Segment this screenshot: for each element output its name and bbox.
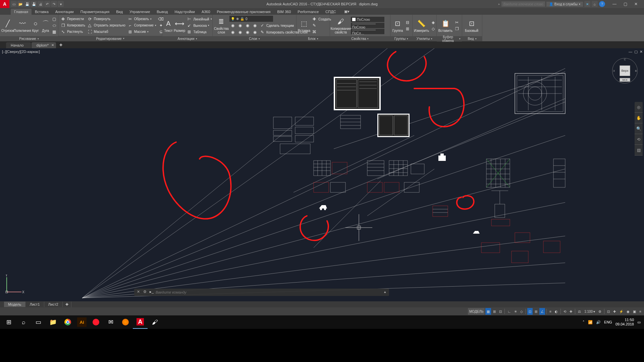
tab-parametric[interactable]: Параметризация [77,9,113,15]
chrome-icon[interactable] [60,315,75,329]
tab-manage[interactable]: Управление [126,9,153,15]
status-polar-icon[interactable]: ✳ [513,308,518,315]
group-edit-icon[interactable]: ⊞ [404,26,411,32]
layer-tool-icon[interactable]: ◉ [252,29,258,35]
help-search-input[interactable] [501,1,545,7]
layer-tool-icon[interactable]: ◉ [244,29,251,35]
save-icon[interactable]: 💾 [24,1,30,7]
close-tab-icon[interactable]: ✕ [51,43,54,47]
tray-lang[interactable]: ENG [604,320,612,324]
tab-bim360[interactable]: BIM 360 [274,9,294,15]
tray-volume-icon[interactable]: 🔊 [596,320,601,324]
tray-clock[interactable]: 11:50 09.04.2018 [615,318,634,326]
status-otrack-icon[interactable]: ∠ [539,308,545,315]
tab-home[interactable]: Главная [11,9,32,15]
status-cleanscreen-icon[interactable]: ▣ [632,308,637,315]
undo-icon[interactable]: ↶ [44,1,50,7]
maximize-button[interactable]: ▢ [621,2,629,6]
status-model[interactable]: МОДЕЛЬ [468,308,485,315]
util-icon[interactable]: ◈ [430,19,436,25]
dimension-button[interactable]: ⟷Размер [174,15,185,36]
help-icon[interactable]: ? [599,1,605,7]
illustrator-icon[interactable]: Ai [77,317,87,327]
paste-button[interactable]: 📋Вставить [438,15,453,36]
command-input[interactable] [156,290,381,294]
linetype-dropdown[interactable]: ———————ПоСл… [351,29,384,34]
layer-dropdown[interactable]: 💡❄🔓0 [229,16,273,22]
status-annomonitor-icon[interactable]: ✚ [568,308,574,315]
tab-a360[interactable]: A360 [198,9,214,15]
status-hwaccel-icon[interactable]: ⚡ [618,308,625,315]
qat-more-icon[interactable]: ▾ [58,1,64,7]
tab-featured[interactable]: Рекомендованные приложения [214,9,274,15]
tray-network-icon[interactable]: 📶 [588,320,593,324]
panel-annotation-title[interactable]: Аннотации [162,36,212,41]
copy-clip-icon[interactable]: ❐ [453,26,460,32]
nav-showmotion-icon[interactable]: ▤ [635,145,643,156]
start-button[interactable]: ⊞ [1,315,16,329]
panel-groups-title[interactable]: Группы [390,36,412,41]
panel-layers-title[interactable]: Слои [213,36,296,41]
text-button[interactable]: AТекст [164,15,173,36]
make-current-button[interactable]: ✓Сделать текущим [259,22,294,28]
status-iso-icon[interactable]: ◇ [519,308,524,315]
nav-pan-icon[interactable]: ✋ [635,113,643,123]
fillet-button[interactable]: ⌐Сопряжение▾ [127,22,157,28]
layer-tool-icon[interactable]: ◉ [244,22,251,28]
rect-icon[interactable]: ▢ [51,16,58,22]
circle-button[interactable]: ○Круг [31,15,40,36]
saveas-icon[interactable]: 💾 [31,1,37,7]
create-block-button[interactable]: ✚Создать [311,16,332,22]
panel-view-title[interactable]: Вид [462,36,482,41]
exchange-icon[interactable]: ✕ [584,1,590,7]
tray-notifications-icon[interactable]: ▭ [637,320,641,324]
arc-button[interactable]: ⌒Дуга [41,15,50,36]
panel-properties-title[interactable]: Свойства [330,36,390,41]
tray-up-icon[interactable]: ˄ [583,320,585,324]
new-tab-button[interactable]: ✚ [57,42,65,48]
insert-block-button[interactable]: ⬚Вставка [298,15,310,36]
new-icon[interactable]: ▭ [11,1,17,7]
viewcube[interactable]: Верх С В З МСК [612,58,638,84]
tab-layout2[interactable]: Лист2 [44,302,63,307]
color-dropdown[interactable]: ПоСлою [351,17,384,22]
status-3dosnap-icon[interactable]: ⊞ [533,308,539,315]
favorites-icon[interactable]: ⌂ [592,1,598,7]
group-button[interactable]: ⊡Группа [392,15,404,36]
layer-tool-icon[interactable]: ◉ [229,22,236,28]
task-view-icon[interactable]: ▭ [31,315,46,329]
base-view-button[interactable]: ⊡Базовый [464,15,480,36]
table-button[interactable]: ⊞Таблица [186,29,212,35]
close-button[interactable]: ✕ [632,2,640,6]
trim-button[interactable]: ✂Обрезать▾ [127,16,157,22]
status-lineweight-icon[interactable]: ≡ [548,308,553,315]
panel-utilities-title[interactable]: Утилиты [413,36,436,41]
move-button[interactable]: ✥Перенести [60,16,86,22]
panel-clipboard-title[interactable]: Буфер обмена [437,36,462,42]
vp-minimize-icon[interactable]: — [629,50,632,54]
vp-close-icon[interactable]: ✕ [640,50,643,54]
status-customize-icon[interactable]: ≡ [638,308,643,315]
status-isolate-icon[interactable]: ◉ [625,308,631,315]
tab-annotate[interactable]: Аннотации [52,9,77,15]
cmd-history-icon[interactable]: ▴ [382,290,388,295]
block-edit-icon[interactable]: ✎ [311,22,332,28]
tab-model[interactable]: Модель [4,302,25,307]
cmd-options-icon[interactable]: ⚙ [142,290,148,295]
status-scale-dropdown[interactable]: 1:100 ▾ [583,308,596,315]
minimize-button[interactable]: — [610,2,619,6]
mirror-button[interactable]: ⧋Отразить зеркально [87,22,126,28]
status-snap-icon[interactable]: ⊞ [492,308,497,315]
tab-collapse-icon[interactable]: ▣▾ [341,8,353,15]
add-layout-button[interactable]: ✚ [63,302,71,307]
open-icon[interactable]: 📂 [17,1,23,7]
panel-block-title[interactable]: Блок [297,36,330,41]
drawing-canvas[interactable]: [–][Сверху][2D-каркас] — ▢ ✕ Верх С В З … [0,48,644,301]
cmd-close-icon[interactable]: ✕ [136,290,141,295]
util-icon[interactable]: ◇ [430,26,436,32]
hatch-icon[interactable]: ▦ [51,29,58,35]
tab-view[interactable]: Вид [113,9,126,15]
opera-icon[interactable] [89,315,103,329]
status-ortho-icon[interactable]: ∟ [506,308,512,315]
cut-icon[interactable]: ✂ [453,19,460,25]
